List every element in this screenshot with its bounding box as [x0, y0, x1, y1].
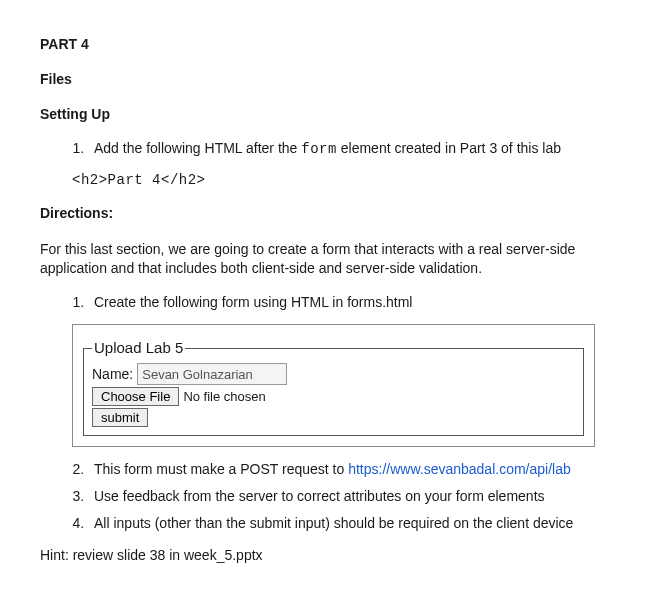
directions-item-3: Use feedback from the server to correct …: [88, 488, 615, 505]
setup-item-mono: form: [301, 141, 337, 157]
part-heading: PART 4: [40, 36, 615, 53]
directions-list-a: Create the following form using HTML in …: [40, 294, 615, 311]
setup-item-prefix: Add the following HTML after the: [94, 140, 301, 156]
files-heading: Files: [40, 71, 615, 88]
name-row: Name:: [92, 363, 575, 385]
upload-fieldset: Upload Lab 5 Name: Choose File No file c…: [83, 339, 584, 436]
api-link[interactable]: https://www.sevanbadal.com/api/lab: [348, 461, 571, 477]
directions-item-1: Create the following form using HTML in …: [88, 294, 615, 311]
submit-button[interactable]: submit: [92, 408, 148, 427]
submit-row: submit: [92, 408, 575, 427]
setup-item-1: Add the following HTML after the form el…: [88, 140, 615, 158]
intro-paragraph: For this last section, we are going to c…: [40, 240, 615, 278]
d2-prefix: This form must make a POST request to: [94, 461, 348, 477]
directions-item-2: This form must make a POST request to ht…: [88, 461, 615, 478]
directions-list-b: This form must make a POST request to ht…: [40, 461, 615, 531]
setup-item-suffix: element created in Part 3 of this lab: [337, 140, 561, 156]
directions-heading: Directions:: [40, 205, 615, 222]
code-block: <h2>Part 4</h2>: [72, 172, 615, 189]
file-row: Choose File No file chosen: [92, 387, 575, 406]
directions-item-4: All inputs (other than the submit input)…: [88, 515, 615, 532]
fieldset-legend: Upload Lab 5: [92, 339, 185, 357]
name-label: Name:: [92, 366, 133, 383]
hint-paragraph: Hint: review slide 38 in week_5.pptx: [40, 546, 615, 565]
choose-file-button[interactable]: Choose File: [92, 387, 179, 406]
setup-list: Add the following HTML after the form el…: [40, 140, 615, 158]
setup-heading: Setting Up: [40, 106, 615, 123]
no-file-label: No file chosen: [183, 389, 265, 405]
form-demo-container: Upload Lab 5 Name: Choose File No file c…: [72, 324, 595, 447]
name-input[interactable]: [137, 363, 287, 385]
